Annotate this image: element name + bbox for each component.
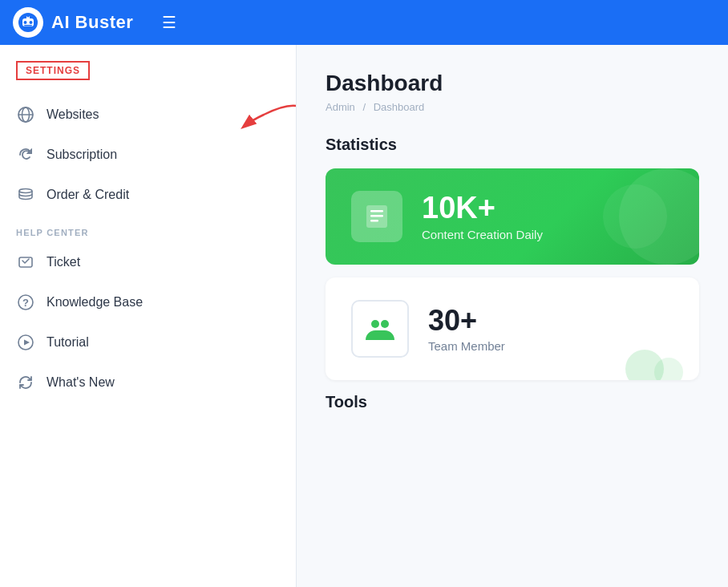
svg-point-21: [371, 320, 379, 328]
sidebar-item-ticket[interactable]: Ticket: [0, 242, 296, 282]
sidebar-label-order-credit: Order & Credit: [47, 188, 129, 202]
main-content: Dashboard Admin / Dashboard Statistics 1…: [297, 45, 728, 587]
sidebar-item-tutorial[interactable]: Tutorial: [0, 322, 296, 362]
sidebar-label-subscription: Subscription: [47, 148, 117, 162]
help-center-label: HELP CENTER: [0, 215, 296, 242]
sidebar-label-whats-new: What's New: [47, 375, 115, 390]
decorative-circles: [625, 350, 683, 380]
sidebar-label-websites: Websites: [47, 107, 99, 122]
tools-title: Tools: [326, 393, 699, 411]
sidebar-item-order-credit[interactable]: Order & Credit: [0, 175, 296, 215]
team-icon-box: [351, 300, 409, 358]
team-member-number: 30+: [428, 305, 505, 337]
svg-point-3: [30, 21, 33, 24]
sidebar-item-websites[interactable]: Websites: [0, 95, 296, 135]
app-header: AI Buster ☰: [0, 0, 728, 45]
sidebar: SETTINGS Websites: [0, 45, 297, 587]
team-member-card: 30+ Team Member: [326, 277, 699, 380]
sidebar-item-knowledge-base[interactable]: ? Knowledge Base: [0, 282, 296, 322]
team-member-label: Team Member: [428, 339, 505, 353]
sidebar-item-subscription[interactable]: Subscription: [0, 135, 296, 175]
refresh-cw-icon: [16, 373, 35, 392]
svg-point-11: [19, 189, 32, 193]
svg-rect-19: [370, 215, 383, 217]
logo-icon: [13, 7, 43, 38]
video-icon: [16, 333, 35, 352]
deco-circle-2: [654, 358, 683, 380]
hamburger-icon[interactable]: ☰: [162, 13, 176, 32]
logo: AI Buster: [13, 7, 133, 38]
sidebar-item-whats-new[interactable]: What's New: [0, 362, 296, 403]
sidebar-label-tutorial: Tutorial: [47, 335, 89, 350]
ticket-icon: [16, 253, 35, 272]
content-creation-label: Content Creation Daily: [422, 228, 543, 241]
breadcrumb-current: Dashboard: [374, 101, 425, 113]
svg-rect-6: [24, 25, 32, 26]
team-member-text: 30+ Team Member: [428, 305, 505, 354]
content-creation-card: 10K+ Content Creation Daily: [326, 168, 699, 265]
statistics-title: Statistics: [326, 136, 699, 154]
content-creation-number: 10K+: [422, 192, 543, 225]
breadcrumb-separator: /: [362, 101, 366, 113]
red-arrow-annotation: [240, 99, 297, 131]
svg-point-5: [27, 15, 30, 18]
globe-icon: [16, 105, 35, 124]
page-title: Dashboard: [326, 71, 699, 96]
breadcrumb: Admin / Dashboard: [326, 101, 699, 113]
svg-rect-18: [370, 210, 383, 213]
sidebar-label-ticket: Ticket: [47, 255, 80, 269]
svg-point-2: [24, 21, 27, 24]
svg-rect-20: [370, 220, 378, 222]
settings-badge: SETTINGS: [16, 61, 90, 80]
refresh-icon: [16, 145, 35, 164]
stack-icon: [16, 185, 35, 204]
sidebar-label-knowledge-base: Knowledge Base: [47, 295, 143, 310]
question-icon: ?: [16, 293, 35, 312]
logo-text: AI Buster: [51, 12, 133, 33]
breadcrumb-admin: Admin: [326, 101, 355, 113]
svg-text:?: ?: [22, 297, 29, 309]
svg-marker-16: [24, 340, 30, 346]
svg-point-22: [381, 320, 389, 328]
content-creation-text: 10K+ Content Creation Daily: [422, 192, 543, 242]
content-icon-box: [351, 191, 402, 242]
